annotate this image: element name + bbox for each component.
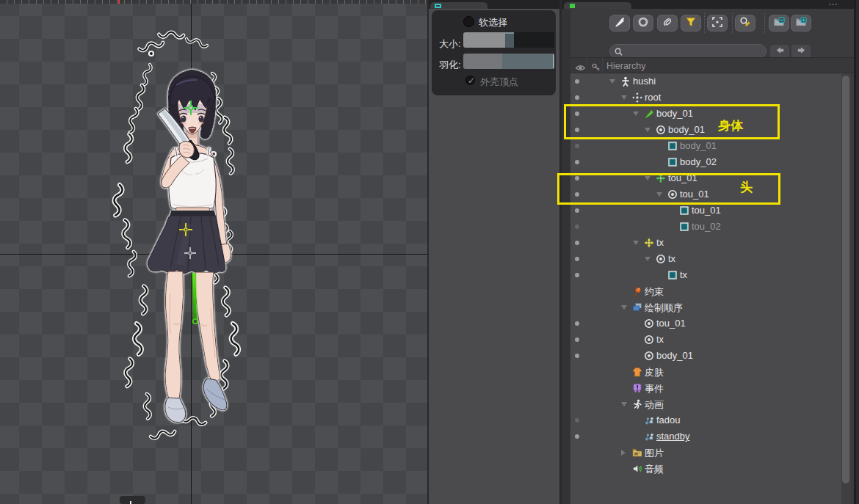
expand-all-button[interactable] — [791, 15, 811, 32]
tree-row-约束[interactable]: 约束 — [570, 283, 841, 299]
visibility-dot[interactable] — [575, 79, 579, 84]
panel-left-strip — [562, 9, 570, 504]
visibility-dot[interactable] — [575, 224, 579, 229]
collapse-arrow-icon[interactable] — [633, 241, 639, 245]
size-slider-handle[interactable] — [505, 32, 514, 48]
viewport-canvas[interactable] — [0, 0, 427, 504]
tree-row-tx[interactable]: tx — [570, 332, 841, 348]
mesh-tool-panel: 软选择 大小: 羽化: 外壳顶点 — [427, 0, 562, 504]
size-slider[interactable] — [463, 32, 554, 48]
tree-row-label: body_01 — [680, 140, 717, 151]
tree-row-音频[interactable]: 音频 — [570, 461, 841, 477]
feather-slider[interactable] — [463, 54, 554, 69]
search-edit-button[interactable] — [735, 15, 755, 32]
image-icon — [679, 205, 689, 216]
tree-row-body_01[interactable]: body_01 — [570, 138, 841, 154]
tree-toolbar — [562, 9, 859, 57]
tree-row-standby[interactable]: standby — [570, 428, 841, 445]
tree-row-root[interactable]: root — [570, 90, 841, 106]
slot-icon — [644, 351, 654, 361]
tree-row-事件[interactable]: 事件 — [570, 380, 841, 396]
tree-row-label: 动画 — [645, 398, 664, 412]
folder-icon — [632, 448, 642, 458]
size-label: 大小: — [439, 37, 461, 51]
mesh-panel-tabstrip — [429, 0, 559, 9]
tree-row-label: hushi — [633, 76, 656, 87]
visibility-dot[interactable] — [575, 241, 579, 245]
image-icon — [667, 270, 678, 280]
tree-panel-tabstrip: ⋯ — [562, 0, 859, 9]
tree-row-label: standby — [656, 431, 690, 442]
visibility-dot[interactable] — [575, 208, 579, 213]
tree-row-tx[interactable]: tx — [570, 235, 841, 251]
panel-right-edge — [856, 0, 859, 504]
tree-row-label: tx — [680, 269, 687, 280]
visibility-dot[interactable] — [575, 95, 579, 100]
feather-slider-handle[interactable] — [502, 54, 554, 69]
ring-tool-button[interactable] — [633, 15, 653, 32]
mesh-tool-tab[interactable] — [430, 2, 488, 9]
skin-icon — [632, 367, 642, 377]
app-window: 软选择 大小: 羽化: 外壳顶点 ⋯ — [0, 0, 859, 504]
tree-row-fadou[interactable]: fadou — [570, 412, 841, 428]
visibility-dot[interactable] — [575, 337, 579, 342]
tree-row-动画[interactable]: 动画 — [570, 396, 841, 412]
tree-row-图片[interactable]: 图片 — [570, 445, 841, 461]
collapse-folder-icon — [773, 16, 785, 31]
bone-tool-button[interactable] — [609, 15, 630, 32]
collapse-arrow-icon[interactable] — [609, 79, 615, 84]
ring-tool-icon — [637, 16, 649, 31]
tree-row-tou_01[interactable]: tou_01 — [570, 315, 841, 332]
expand-arrow-icon[interactable] — [621, 450, 626, 456]
tree-row-label: tx — [656, 334, 664, 345]
tree-row-tx[interactable]: tx — [570, 251, 841, 267]
tree-row-绘制顺序[interactable]: 绘制顺序 — [570, 299, 841, 315]
tree-row-body_02[interactable]: body_02 — [570, 154, 841, 170]
animations-icon — [632, 399, 642, 409]
visibility-dot[interactable] — [575, 273, 579, 277]
soft-select-checkbox[interactable] — [463, 16, 474, 27]
tree-row-label: body_02 — [680, 156, 717, 167]
image-icon — [679, 222, 689, 232]
hull-vertices-checkbox[interactable] — [465, 76, 475, 85]
visibility-dot[interactable] — [575, 418, 579, 423]
viewport-mini-handle[interactable] — [120, 496, 145, 504]
tree-row-label: root — [645, 92, 661, 103]
clip-tool-button[interactable] — [657, 15, 678, 32]
visibility-dot[interactable] — [575, 160, 579, 164]
tree-scrollbar-thumb[interactable] — [842, 76, 849, 483]
tree-header: Hierarchy — [562, 57, 859, 73]
annotation-box-body — [564, 104, 780, 139]
collapse-arrow-icon[interactable] — [621, 95, 627, 100]
tree-row-label: fadou — [656, 414, 681, 426]
viewport-ruler — [0, 0, 427, 4]
collapse-arrow-icon[interactable] — [621, 305, 627, 310]
bone-tool-icon — [614, 16, 626, 31]
tree-row-label: 绘制顺序 — [645, 302, 683, 315]
tree-row-皮肤[interactable]: 皮肤 — [570, 364, 841, 380]
search-icon — [614, 46, 623, 59]
search-edit-icon — [739, 16, 751, 31]
collapse-arrow-icon[interactable] — [645, 257, 650, 261]
tree-row-hushi[interactable]: hushi — [570, 73, 841, 90]
tree-row-body_01[interactable]: body_01 — [570, 348, 841, 364]
mesh-tab-icon — [435, 4, 441, 8]
focus-button[interactable] — [707, 15, 728, 32]
tree-tab[interactable] — [564, 2, 631, 9]
collapse-all-button[interactable] — [769, 15, 789, 32]
filter-button[interactable] — [681, 15, 701, 32]
toolbar-separator — [764, 13, 765, 33]
event-icon — [632, 383, 642, 393]
visibility-dot[interactable] — [575, 321, 579, 326]
tree-row-label: 音频 — [645, 463, 664, 476]
tree-row-tou_02[interactable]: tou_02 — [570, 219, 841, 235]
collapse-arrow-icon[interactable] — [621, 402, 627, 406]
visibility-dot[interactable] — [575, 434, 579, 439]
tree-row-tx[interactable]: tx — [570, 267, 841, 283]
visibility-dot[interactable] — [575, 354, 579, 358]
tree-row-tou_01[interactable]: tou_01 — [570, 202, 841, 219]
visibility-dot[interactable] — [575, 257, 579, 261]
visibility-dot[interactable] — [575, 144, 579, 148]
search-input[interactable] — [609, 44, 766, 59]
size-slider-fill — [463, 32, 505, 48]
